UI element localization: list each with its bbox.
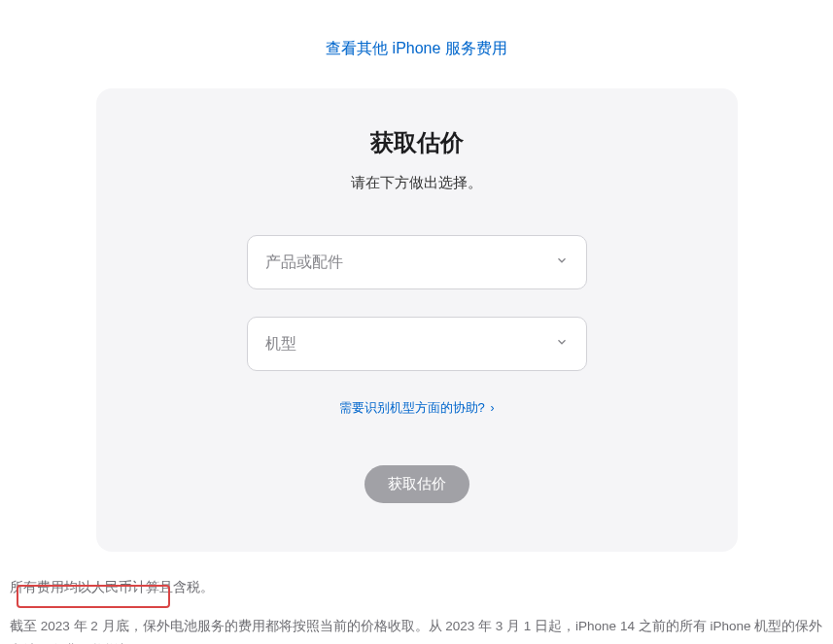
other-services-link[interactable]: 查看其他 iPhone 服务费用 bbox=[326, 40, 507, 56]
chevron-right-icon: › bbox=[490, 401, 494, 415]
identify-model-help-link[interactable]: 需要识别机型方面的协助? › bbox=[339, 400, 495, 415]
footer-line1: 所有费用均以人民币计算且含税。 bbox=[10, 575, 823, 600]
get-estimate-button[interactable]: 获取估价 bbox=[364, 465, 469, 503]
card-subtitle: 请在下方做出选择。 bbox=[125, 174, 709, 192]
product-select-placeholder: 产品或配件 bbox=[265, 253, 555, 273]
chevron-down-icon bbox=[555, 254, 569, 271]
estimate-card: 获取估价 请在下方做出选择。 产品或配件 机型 需要识别机型方面的协助? › 获… bbox=[96, 88, 738, 552]
help-link-container: 需要识别机型方面的协助? › bbox=[125, 398, 709, 417]
product-select[interactable]: 产品或配件 bbox=[247, 235, 587, 289]
chevron-down-icon bbox=[555, 335, 569, 353]
footer-text: 所有费用均以人民币计算且含税。 截至 2023 年 2 月底，保外电池服务的费用… bbox=[0, 552, 833, 644]
card-title: 获取估价 bbox=[125, 127, 709, 158]
top-link-container: 查看其他 iPhone 服务费用 bbox=[0, 0, 833, 88]
model-select-placeholder: 机型 bbox=[265, 334, 555, 355]
help-link-label: 需要识别机型方面的协助? bbox=[339, 400, 485, 415]
model-select[interactable]: 机型 bbox=[247, 317, 587, 371]
footer-line2: 截至 2023 年 2 月底，保外电池服务的费用都将按照当前的价格收取。从 20… bbox=[10, 614, 823, 644]
